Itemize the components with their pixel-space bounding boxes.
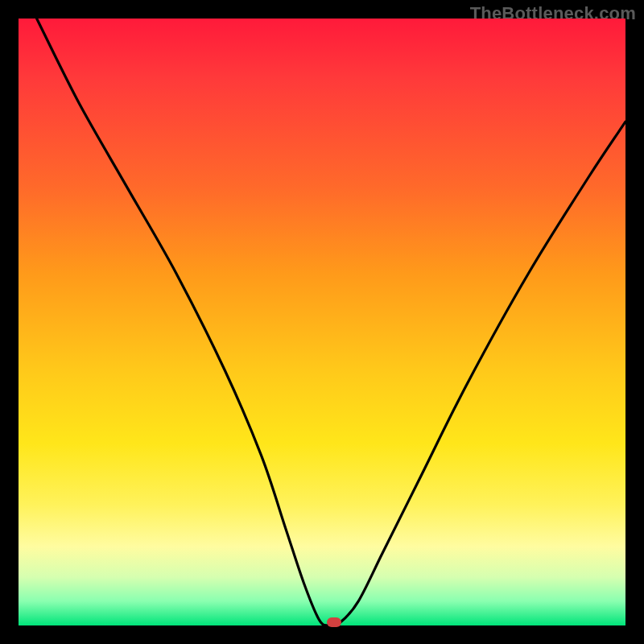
plot-area <box>19 19 625 625</box>
chart-frame: TheBottleneck.com <box>0 0 644 644</box>
bottleneck-curve <box>19 19 625 625</box>
curve-path <box>37 19 625 625</box>
optimal-point-marker <box>327 617 341 627</box>
